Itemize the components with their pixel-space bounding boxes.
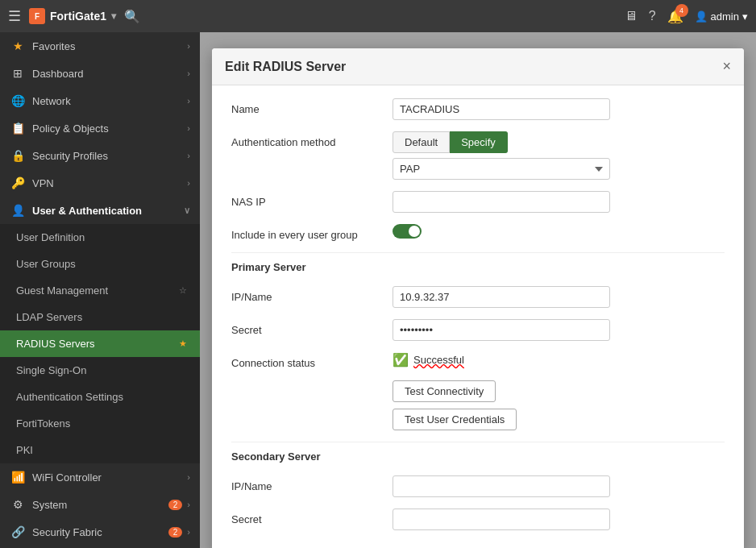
vpn-icon: 🔑 — [10, 176, 26, 189]
secondary-secret-input[interactable] — [393, 509, 610, 530]
name-label: Name — [231, 98, 393, 115]
name-control — [393, 98, 725, 120]
test-buttons-control: Test Connectivity Test User Credentials — [393, 380, 725, 430]
sidebar-item-dashboard[interactable]: ⊞ Dashboard › — [0, 60, 200, 87]
auth-method-label: Authentication method — [231, 131, 393, 148]
secondary-ip-input[interactable] — [393, 475, 610, 497]
secondary-secret-control — [393, 509, 725, 530]
sidebar-item-label: PKI — [16, 444, 190, 456]
sidebar-item-system[interactable]: ⚙ System 2 › — [0, 491, 200, 518]
include-group-toggle[interactable] — [393, 224, 422, 239]
sidebar-item-pki[interactable]: PKI — [0, 437, 200, 463]
status-text: Successful — [413, 354, 464, 366]
search-icon[interactable]: 🔍 — [124, 9, 140, 24]
sidebar-item-fortitokens[interactable]: FortiTokens — [0, 410, 200, 437]
sidebar-item-auth-settings[interactable]: Authentication Settings — [0, 384, 200, 410]
name-input[interactable] — [393, 98, 610, 120]
content-area: Edit RADIUS Server × Name Authentication — [200, 32, 756, 548]
sidebar-item-policy-objects[interactable]: 📋 Policy & Objects › — [0, 114, 200, 142]
test-button-group: Test Connectivity Test User Credentials — [393, 380, 725, 430]
auth-method-control: Default Specify PAP CHAP MS-CHAP MS-CHAP… — [393, 131, 725, 180]
sidebar-item-label: Network — [32, 95, 187, 107]
notifications-icon[interactable]: 🔔 4 — [667, 9, 683, 24]
primary-server-heading: Primary Server — [231, 252, 725, 280]
sidebar-item-label: System — [32, 499, 168, 511]
include-group-row: Include in every user group — [231, 224, 725, 241]
sidebar-item-label: Authentication Settings — [16, 391, 190, 403]
wifi-icon: 📶 — [10, 471, 26, 484]
primary-ip-row: IP/Name — [231, 286, 725, 308]
sidebar-item-single-sign-on[interactable]: Single Sign-On — [0, 357, 200, 384]
brand-name: FortiGate1 — [50, 10, 106, 23]
help-icon[interactable]: ? — [649, 9, 656, 23]
test-connectivity-button[interactable]: Test Connectivity — [393, 380, 496, 402]
chevron-icon: › — [187, 500, 190, 509]
sidebar-item-network[interactable]: 🌐 Network › — [0, 87, 200, 114]
name-row: Name — [231, 98, 725, 120]
chevron-icon: › — [187, 68, 190, 78]
sidebar-item-user-auth[interactable]: 👤 User & Authentication ∨ — [0, 197, 200, 224]
pap-select[interactable]: PAP CHAP MS-CHAP MS-CHAPv2 — [393, 158, 610, 180]
admin-menu[interactable]: 👤 admin ▾ — [695, 10, 748, 23]
security-fabric-badge: 2 — [168, 527, 183, 538]
include-group-control — [393, 224, 725, 241]
sidebar-item-vpn[interactable]: 🔑 VPN › — [0, 169, 200, 197]
modal-title: Edit RADIUS Server — [225, 60, 346, 74]
dashboard-icon: ⊞ — [10, 67, 26, 80]
sidebar-item-favorites[interactable]: ★ Favorites › — [0, 32, 200, 60]
sidebar-item-security-fabric[interactable]: 🔗 Security Fabric 2 › — [0, 518, 200, 546]
primary-ip-control — [393, 286, 725, 308]
brand-chevron-icon[interactable]: ▾ — [111, 10, 116, 22]
chevron-icon: › — [187, 41, 190, 51]
sidebar: ★ Favorites › ⊞ Dashboard › 🌐 Network › … — [0, 32, 200, 548]
auth-specify-button[interactable]: Specify — [450, 131, 508, 153]
hamburger-icon[interactable]: ☰ — [8, 7, 21, 25]
connection-status-row: Connection status ✅ Successful — [231, 352, 725, 369]
chevron-icon: › — [187, 123, 190, 133]
admin-label: admin — [711, 10, 739, 23]
chevron-icon: ∨ — [184, 206, 190, 216]
include-group-label: Include in every user group — [231, 224, 393, 241]
sidebar-item-wifi-controller[interactable]: 📶 WiFi Controller › — [0, 463, 200, 491]
secret-row: Secret — [231, 319, 725, 341]
terminal-icon[interactable]: 🖥 — [625, 9, 638, 23]
auth-default-button[interactable]: Default — [393, 131, 450, 153]
nas-ip-label: NAS IP — [231, 191, 393, 208]
system-icon: ⚙ — [10, 498, 26, 511]
sidebar-item-user-groups[interactable]: User Groups — [0, 251, 200, 277]
sidebar-item-ldap-servers[interactable]: LDAP Servers — [0, 304, 200, 330]
nas-ip-input[interactable] — [393, 191, 610, 213]
secret-control — [393, 319, 725, 341]
sidebar-item-security-profiles[interactable]: 🔒 Security Profiles › — [0, 142, 200, 169]
admin-chevron-icon: ▾ — [742, 10, 748, 23]
user-auth-icon: 👤 — [10, 204, 26, 217]
sidebar-item-label: VPN — [32, 177, 187, 189]
modal-close-button[interactable]: × — [722, 58, 731, 75]
chevron-icon: › — [187, 96, 190, 106]
admin-icon: 👤 — [695, 10, 708, 23]
notification-badge: 4 — [675, 4, 688, 17]
sidebar-item-user-definition[interactable]: User Definition — [0, 224, 200, 251]
secret-label: Secret — [231, 319, 393, 336]
nas-ip-row: NAS IP — [231, 191, 725, 213]
security-profiles-icon: 🔒 — [10, 149, 26, 162]
star-icon: ★ — [179, 338, 187, 349]
favorites-icon: ★ — [10, 39, 26, 52]
chevron-icon: › — [187, 472, 190, 482]
primary-ip-label: IP/Name — [231, 286, 393, 303]
primary-ip-input[interactable] — [393, 286, 610, 308]
sidebar-item-guest-management[interactable]: Guest Management ☆ — [0, 277, 200, 304]
star-icon: ☆ — [179, 285, 187, 296]
sidebar-item-label: Dashboard — [32, 68, 187, 80]
status-success-icon: ✅ — [393, 352, 409, 367]
secret-input[interactable] — [393, 319, 610, 341]
sidebar-item-radius-servers[interactable]: RADIUS Servers ★ — [0, 330, 200, 357]
auth-method-row: Authentication method Default Specify PA… — [231, 131, 725, 180]
secondary-server-heading: Secondary Server — [231, 442, 725, 469]
test-user-credentials-button[interactable]: Test User Credentials — [393, 409, 517, 430]
sidebar-item-label: FortiTokens — [16, 417, 190, 430]
test-buttons-row: Test Connectivity Test User Credentials — [231, 380, 725, 430]
secondary-ip-label: IP/Name — [231, 475, 393, 492]
modal-body: Name Authentication method Default Speci… — [212, 85, 744, 548]
chevron-icon: › — [187, 151, 190, 160]
